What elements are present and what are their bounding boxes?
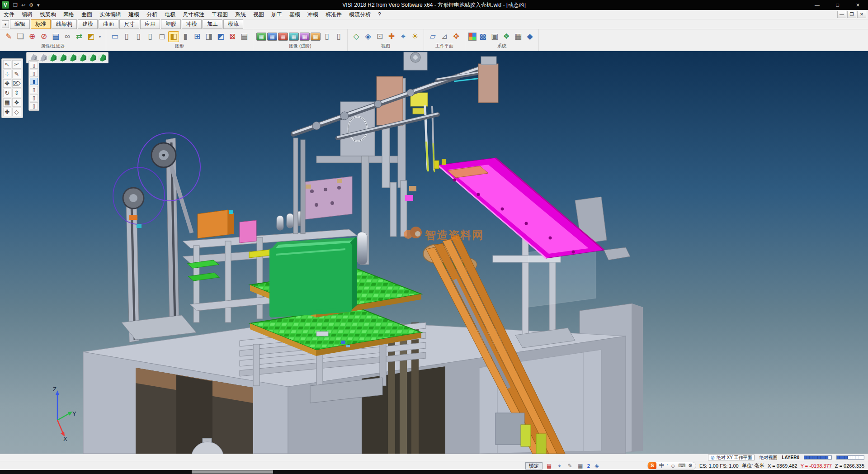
display-state-6-icon[interactable]: ▯ [30, 102, 38, 109]
layers-icon[interactable]: ▤ [50, 31, 61, 42]
menu-drawing[interactable]: 工程图 [208, 10, 231, 19]
new-document-icon[interactable]: ❐ [11, 2, 19, 8]
display-state-5-icon[interactable]: ▯ [30, 94, 38, 101]
ime-punctuation-toggle[interactable]: ' [667, 463, 668, 469]
trim-icon[interactable]: ✂ [12, 60, 21, 69]
viewport-3d[interactable]: 智造资料网 Z Y X [0, 51, 868, 454]
view-shaded-icon[interactable]: ◈ [363, 31, 373, 42]
menu-machining[interactable]: 加工 [268, 10, 286, 19]
analyze-icon[interactable]: ◇ [12, 108, 21, 116]
view-cube-front-icon[interactable] [48, 54, 57, 62]
ime-emoji-icon[interactable]: ☺ [670, 463, 675, 469]
mdi-minimize-button[interactable]: — [837, 11, 846, 18]
shade-filter-icon[interactable]: ◩ [85, 31, 96, 42]
tab-flow[interactable]: 模流 [223, 19, 243, 29]
menu-file[interactable]: 文件 [0, 10, 18, 19]
tab-modeling[interactable]: 建模 [78, 19, 98, 29]
render-mode-4-icon[interactable]: ▦ [289, 33, 299, 41]
layer-indicator[interactable]: LAYER0 [782, 455, 799, 460]
workplane-indicator[interactable]: ◎ 绝对 XY 工作平面 [708, 455, 755, 460]
menu-system[interactable]: 系统 [231, 10, 250, 19]
menu-help[interactable]: ? [374, 10, 385, 19]
ime-settings-icon[interactable]: ⚙ [688, 463, 693, 469]
view-cube-left-icon[interactable] [68, 54, 76, 62]
annotate-icon[interactable]: ✎ [566, 463, 574, 469]
tab-machining[interactable]: 加工 [203, 19, 222, 29]
mdi-restore-button[interactable]: ❐ [847, 11, 856, 18]
rotate-icon[interactable]: ↻ [3, 89, 11, 97]
view-cube-right-icon[interactable] [78, 54, 86, 62]
view-light-icon[interactable]: ☀ [410, 31, 420, 42]
render-mode-6-icon[interactable]: ▦ [311, 33, 321, 41]
monitor-icon[interactable]: ▣ [489, 31, 500, 42]
menu-surface[interactable]: 曲面 [78, 10, 96, 19]
qat-dropdown-icon[interactable]: ▾ [35, 2, 42, 8]
mdi-close-button[interactable]: ✕ [857, 11, 866, 18]
corner-view-icon[interactable]: ◩ [215, 31, 226, 42]
grid-toggle-icon[interactable]: ▦ [577, 463, 584, 469]
close-button[interactable]: ✕ [848, 0, 868, 10]
menu-wireframe[interactable]: 线架构 [36, 10, 60, 19]
grid-view-icon[interactable]: ⊞ [192, 31, 203, 42]
properties-icon[interactable]: ❖ [12, 98, 21, 107]
sketch-icon[interactable]: ✎ [12, 70, 21, 78]
view-cube-top-icon[interactable] [38, 54, 47, 62]
move-icon[interactable]: ✥ [3, 79, 11, 88]
half-section-icon[interactable]: ◧ [168, 31, 179, 42]
menu-solid-edit[interactable]: 实体编辑 [96, 10, 125, 19]
menu-flow-analysis[interactable]: 模流分析 [345, 10, 374, 19]
tab-application[interactable]: 应用 [140, 19, 160, 29]
view-cube-dimetric-icon[interactable] [98, 54, 106, 62]
log-icon[interactable]: ▤ [546, 463, 553, 469]
list-graphics-icon[interactable]: ▤ [239, 31, 250, 42]
add-entity-icon[interactable]: ✚ [3, 108, 11, 116]
undo-icon[interactable]: ↩ [19, 2, 27, 8]
attribute-pen-icon[interactable]: ✎ [3, 31, 14, 42]
plane-icon[interactable]: ◻ [156, 31, 167, 42]
tab-edit[interactable]: 编辑 [10, 19, 30, 29]
favorites-icon[interactable]: ❖ [501, 31, 512, 42]
ime-language-toggle[interactable]: 中 [659, 462, 664, 469]
cylinder-a-icon[interactable]: ▯ [121, 31, 132, 42]
taskbar-item[interactable] [192, 470, 273, 474]
tab-die[interactable]: 冲模 [182, 19, 202, 29]
tab-surface[interactable]: 曲面 [99, 19, 118, 29]
menu-view[interactable]: 视图 [250, 10, 268, 19]
tab-mold[interactable]: 塑膜 [161, 19, 181, 29]
menu-electrode[interactable]: 电极 [161, 10, 179, 19]
ime-logo-icon[interactable]: S [648, 462, 656, 469]
stretch-icon[interactable]: ⇕ [12, 89, 21, 97]
wireframe-mode-icon[interactable]: ▭ [109, 31, 120, 42]
tab-dimension[interactable]: 尺寸 [119, 19, 139, 29]
column-list-a-icon[interactable]: ▯ [321, 31, 332, 42]
swap-arrows-icon[interactable]: ⇄ [74, 31, 85, 42]
tab-dropdown-icon[interactable]: ▾ [2, 20, 9, 28]
select-arrow-icon[interactable]: ↖ [3, 60, 11, 69]
maximize-button[interactable]: □ [827, 0, 848, 10]
workplane-angle-icon[interactable]: ⊿ [439, 31, 450, 42]
view-pan-icon[interactable]: ✚ [386, 31, 397, 42]
display-state-4-icon[interactable]: ▯ [30, 86, 38, 93]
display-state-3-icon[interactable]: ▮ [30, 78, 38, 85]
group-dropdown-icon[interactable]: ▾ [97, 31, 103, 42]
link-icon[interactable]: ∞ [62, 31, 73, 42]
view-window-icon[interactable]: ⊡ [374, 31, 385, 42]
lock-toggle[interactable]: 锁定 [525, 462, 542, 469]
hatch-icon[interactable]: ▦ [3, 98, 11, 107]
column-list-b-icon[interactable]: ▯ [333, 31, 344, 42]
render-mode-3-icon[interactable]: ▦ [278, 33, 288, 41]
filter-add-icon[interactable]: ⊕ [27, 31, 38, 42]
view-wireframe-icon[interactable]: ◇ [351, 31, 362, 42]
delete-icon[interactable]: ⌦ [12, 79, 21, 88]
selection-mode-icon[interactable]: ◈ [593, 463, 600, 469]
workplane-move-icon[interactable]: ✥ [451, 31, 462, 42]
menu-mesh[interactable]: 网格 [60, 10, 78, 19]
attribute-copy-icon[interactable]: ❏ [15, 31, 26, 42]
menu-edit[interactable]: 编辑 [18, 10, 36, 19]
system-display-icon[interactable]: ▩ [477, 31, 488, 42]
shaded-view-icon[interactable]: ◨ [203, 31, 214, 42]
grid-settings-icon[interactable]: ▦ [513, 31, 524, 42]
delete-graphics-icon[interactable]: ⊠ [227, 31, 238, 42]
menu-die[interactable]: 冲模 [304, 10, 322, 19]
iso-box-icon[interactable]: ◆ [524, 31, 535, 42]
